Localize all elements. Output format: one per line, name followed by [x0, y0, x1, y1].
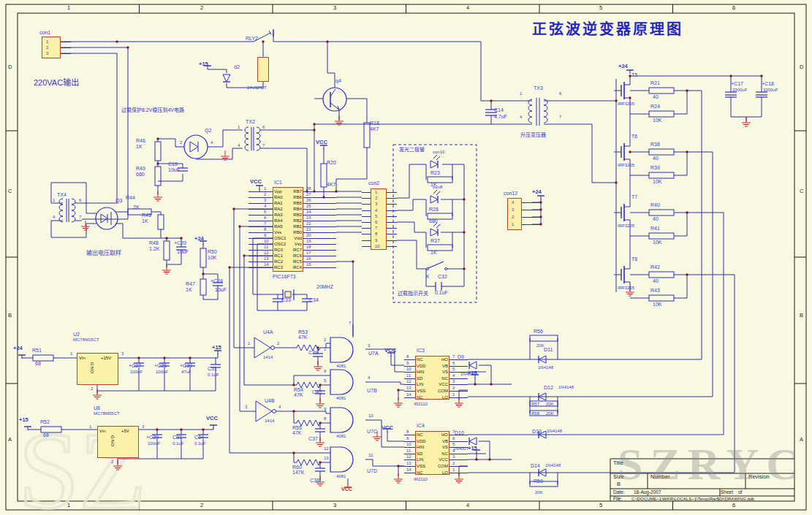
d12-val: 1N4148 — [558, 385, 574, 389]
ic4-ir2110-pin-VDD: VDD — [417, 439, 426, 443]
c30-ref: +C30 — [180, 363, 192, 368]
ic1-pic16f73-pin-num-21: 21 — [306, 227, 311, 232]
ic1-pic16f73-pin-stub — [248, 250, 273, 251]
connector-con1[interactable] — [42, 37, 61, 58]
ic1-pic16f73-pin-stub — [248, 256, 273, 256]
r44-ref: R44 — [126, 195, 135, 200]
ic4-ir2110-pin-num-1: 1 — [452, 468, 455, 472]
r55-ref: R55 — [292, 425, 302, 430]
r57-val: 20K — [546, 402, 554, 406]
r60-val: 147K — [292, 470, 304, 475]
connector-con12[interactable] — [507, 198, 522, 230]
ic1-pic16f73-pin-RC6: RC6 — [289, 253, 302, 258]
ic3-ir2110-pin-num-14: 14 — [406, 392, 411, 397]
u4b-part: 1414 — [265, 419, 274, 423]
u2-pin2: 2 — [91, 386, 93, 391]
ic3-ir2110-pin-HIN: HIN — [417, 370, 424, 374]
ic1-pic16f73-pin-stub — [248, 232, 273, 233]
ic3-ir2110-pin-COM: COM — [435, 389, 448, 393]
ic1-pic16f73-pin-stub — [248, 244, 273, 245]
ic4-ir2110-pin-SD: SD — [417, 451, 422, 456]
c30-val: 47uF — [181, 370, 191, 374]
u8-pin3: 3 — [142, 424, 144, 429]
ic1-pic16f73-pin-RA0: RA0 — [274, 195, 283, 199]
r38-ref: R38 — [650, 142, 660, 147]
ic1-pic16f73-pin-num-25: 25 — [306, 204, 311, 208]
r50-ref: R50 — [208, 249, 217, 254]
connector-con2-pin-stub — [387, 198, 397, 199]
ic1-pic16f73-pin-stub — [248, 203, 273, 204]
q2-pin2: 2 — [180, 140, 182, 145]
sw-box-note: 过载指示开关 — [398, 291, 428, 296]
tb-size-val: B — [617, 481, 621, 487]
ic3-ir2110-pin-stub — [449, 397, 468, 398]
u7c-in8: 8 — [324, 416, 326, 421]
t7-ref: T7 — [631, 194, 637, 199]
tb-size: Size — [613, 474, 624, 480]
connector-con2[interactable] — [371, 188, 387, 250]
q2-note: 过载保护8.2V稳压到4V电路 — [121, 107, 184, 112]
r43-val: 10K — [653, 302, 661, 307]
u7b-ref: U7B — [367, 388, 377, 393]
tx4-pin1: 1 — [53, 198, 55, 202]
ic1-pic16f73-pin-RB1: RB1 — [289, 224, 302, 229]
relay-coil[interactable] — [257, 57, 269, 82]
r37-val: 1K — [430, 250, 437, 255]
ic1-pic16f73-pin-RB5: RB5 — [289, 201, 302, 205]
r45-ref: R45 — [142, 213, 151, 218]
ic1-pic16f73-pin-stub — [248, 226, 273, 227]
con8-ref: con8 — [433, 185, 442, 189]
ic1-pic16f73-pin-num-12: 12 — [264, 251, 269, 255]
ic1-pic16f73-pin-num-6: 6 — [264, 215, 266, 220]
t8-part: IRF3205 — [618, 286, 634, 290]
connector-con2-pin-stub — [387, 234, 397, 234]
q4-ref: q4 — [335, 78, 341, 83]
ic3-ir2110-pin-VDD: VDD — [417, 364, 426, 368]
ic3-ir2110-pin-VB: VB — [435, 364, 448, 368]
r58-ref: R58 — [531, 411, 539, 416]
ic4-ir2110-pin-stub — [404, 466, 415, 467]
u8-pin1: 1 — [89, 424, 91, 429]
tx4-pin4: 4 — [53, 215, 55, 219]
t8-ref: T8 — [631, 256, 637, 262]
ic4-ir2110-pin-num-14: 14 — [406, 468, 411, 472]
ic1-pic16f73-pin-Vpp: Vpp — [274, 189, 282, 194]
ic3-ir2110-pin-num-9: 9 — [406, 361, 409, 365]
ic4-ir2110-pin-VB: VB — [435, 439, 448, 443]
ic1-pic16f73-pin-num-7: 7 — [264, 221, 266, 226]
r59-ref: R59 — [534, 478, 543, 484]
c20-val: 10uF — [177, 249, 189, 254]
ic1-pic16f73-pin-num-24: 24 — [306, 210, 311, 214]
u7c-out: 10 — [368, 413, 373, 418]
ac-output-note: 220VAC输出 — [34, 79, 79, 87]
connector-con2-pin-5: 5 — [375, 214, 377, 218]
r24-ref: R24 — [650, 104, 660, 109]
ic1-pic16f73-pin-RC3: RC3 — [274, 265, 283, 270]
zone-col-1-top: 1 — [67, 5, 70, 11]
zone-col-6-bot: 6 — [732, 503, 735, 508]
ic1-part: PIC16F73 — [273, 274, 296, 279]
u2-part: MC78M15CT — [73, 337, 99, 342]
u7b-part: 4081 — [336, 396, 346, 400]
tb-sheet: Sheet — [721, 490, 733, 495]
c37-ref: C37 — [308, 436, 318, 441]
r52-val: 68 — [43, 432, 49, 438]
ic4-ir2110-pin-num-13: 13 — [406, 461, 411, 465]
d9-val: 1N4007 — [460, 372, 476, 376]
zone-col-4-top: 4 — [466, 5, 469, 11]
r48-ref: R48 — [149, 240, 159, 245]
d2-ref: d2 — [234, 64, 240, 69]
zone-row-d-l: D — [8, 64, 12, 70]
tx4-pin7: 7 — [79, 215, 81, 219]
ic4-ir2110-pin-NC: NC — [417, 432, 423, 437]
r20-val: 4K7 — [327, 182, 335, 187]
ic4-ir2110-pin-num-8: 8 — [406, 430, 409, 434]
u7a-in2: 2 — [324, 337, 326, 342]
tb-revision: Revision — [748, 474, 770, 480]
u7d-part: 4081 — [336, 474, 346, 478]
connector-con12-pin-stub — [522, 217, 541, 218]
connector-con12-pin-stub — [522, 224, 541, 225]
xtal-val: 20MHZ — [316, 284, 333, 289]
tx2-pin6: 6 — [262, 125, 265, 129]
connector-con2-pin-1: 1 — [375, 190, 377, 194]
